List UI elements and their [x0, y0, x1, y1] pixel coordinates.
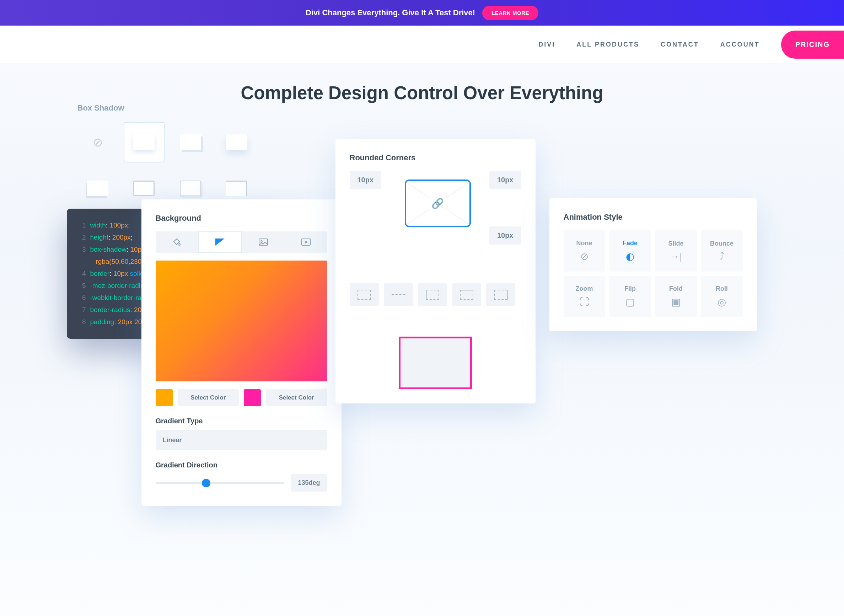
anim-label: Slide — [668, 240, 683, 247]
anim-fade[interactable]: Fade◐ — [610, 230, 651, 271]
anim-icon: ⛶ — [579, 296, 589, 308]
anim-slide[interactable]: Slide→| — [655, 230, 697, 271]
hero: Complete Design Control Over Everything — [0, 63, 844, 103]
anim-label: Roll — [716, 285, 728, 293]
anim-flip[interactable]: Flip▢ — [610, 276, 651, 317]
nav-contact[interactable]: CONTACT — [661, 41, 699, 48]
anim-label: Fold — [669, 285, 683, 293]
anim-label: Fade — [623, 239, 637, 247]
border-style-5[interactable] — [486, 283, 515, 306]
slider-thumb[interactable] — [202, 479, 210, 487]
corner-bottom-right[interactable]: 10px — [489, 226, 521, 245]
gradient-direction-slider[interactable] — [156, 482, 285, 484]
anim-label: None — [576, 239, 592, 247]
nav-all-products[interactable]: ALL PRODUCTS — [576, 41, 639, 48]
background-title: Background — [156, 214, 327, 223]
gradient-direction-value[interactable]: 135deg — [291, 474, 327, 491]
border-style-4[interactable] — [452, 283, 481, 306]
background-panel: Background Select Color Select Color Gra… — [141, 199, 341, 506]
swatch-2[interactable] — [244, 389, 261, 406]
tab-image[interactable] — [242, 232, 285, 253]
border-style-2[interactable] — [384, 283, 413, 306]
anim-icon: ⤴ — [719, 251, 724, 263]
rounded-corners-panel: Rounded Corners 10px 10px 10px 🔗 — [336, 139, 536, 403]
learn-more-button[interactable]: LEARN MORE — [482, 6, 538, 20]
anim-icon: ◐ — [626, 251, 634, 263]
rounded-corners-title: Rounded Corners — [350, 153, 521, 163]
box-shadow-panel: Box Shadow ⊘ — [67, 103, 268, 209]
anim-roll[interactable]: Roll◎ — [701, 276, 743, 317]
anim-icon: ▣ — [671, 296, 680, 308]
tab-gradient[interactable] — [198, 232, 242, 253]
tab-video[interactable] — [285, 232, 327, 253]
pricing-button[interactable]: PRICING — [781, 31, 844, 59]
animation-panel: Animation Style None⊘Fade◐Slide→|Bounce⤴… — [549, 198, 757, 331]
anim-zoom[interactable]: Zoom⛶ — [564, 276, 605, 317]
border-style-3[interactable] — [418, 283, 447, 306]
anim-fold[interactable]: Fold▣ — [655, 276, 697, 317]
anim-icon: ⊘ — [580, 251, 589, 263]
corner-link-box[interactable]: 🔗 — [405, 179, 471, 227]
nav-account[interactable]: ACCOUNT — [720, 41, 760, 48]
shadow-preset-1[interactable] — [124, 122, 164, 163]
none-icon: ⊘ — [93, 135, 103, 149]
main-nav: DIVI ALL PRODUCTS CONTACT ACCOUNT PRICIN… — [0, 26, 844, 63]
select-color-1[interactable]: Select Color — [178, 389, 239, 406]
shadow-preset-2[interactable] — [170, 122, 211, 163]
anim-icon: ◎ — [718, 296, 726, 308]
anim-label: Zoom — [576, 285, 593, 293]
gradient-type-select[interactable]: Linear — [156, 430, 327, 450]
video-icon — [301, 239, 311, 246]
banner-text: Divi Changes Everything. Give It A Test … — [306, 8, 475, 18]
link-icon: 🔗 — [430, 196, 445, 211]
anim-none[interactable]: None⊘ — [564, 230, 605, 271]
anim-icon: ▢ — [626, 296, 635, 308]
select-color-2[interactable]: Select Color — [266, 389, 327, 406]
promo-banner: Divi Changes Everything. Give It A Test … — [0, 0, 844, 26]
nav-divi[interactable]: DIVI — [538, 41, 555, 48]
shadow-preset-4[interactable] — [78, 168, 118, 209]
border-preview — [399, 337, 472, 389]
gradient-preview — [156, 261, 327, 381]
border-style-1[interactable] — [350, 283, 379, 306]
page-title: Complete Design Control Over Everything — [0, 82, 844, 103]
gradient-direction-label: Gradient Direction — [156, 461, 327, 469]
anim-icon: →| — [670, 251, 682, 263]
box-shadow-title: Box Shadow — [78, 103, 257, 113]
anim-bounce[interactable]: Bounce⤴ — [701, 230, 743, 271]
swatch-1[interactable] — [156, 389, 173, 406]
shadow-preset-3[interactable] — [217, 122, 257, 163]
corner-top-right[interactable]: 10px — [489, 171, 521, 189]
shadow-none[interactable]: ⊘ — [78, 122, 118, 163]
corner-top-left[interactable]: 10px — [350, 171, 382, 189]
svg-point-2 — [261, 241, 262, 242]
anim-label: Bounce — [710, 240, 734, 247]
image-icon — [259, 239, 268, 246]
animation-title: Animation Style — [564, 213, 743, 222]
anim-label: Flip — [624, 285, 636, 293]
background-tabs — [156, 232, 327, 253]
design-canvas: Background Select Color Select Color Gra… — [67, 103, 778, 580]
tab-color[interactable] — [156, 232, 198, 253]
gradient-type-label: Gradient Type — [156, 417, 327, 425]
paint-bucket-icon — [172, 238, 181, 246]
gradient-icon — [215, 239, 224, 246]
